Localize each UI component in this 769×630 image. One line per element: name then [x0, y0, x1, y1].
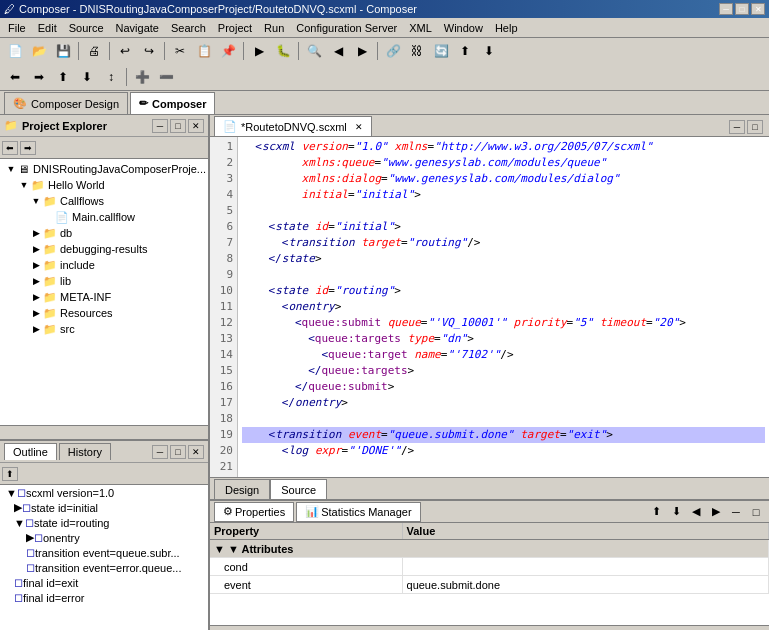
outline-close[interactable]: ✕ [188, 445, 204, 459]
menu-config-server[interactable]: Configuration Server [290, 20, 403, 36]
menu-run[interactable]: Run [258, 20, 290, 36]
close-button[interactable]: ✕ [751, 3, 765, 15]
nav-back-button[interactable]: ◀ [327, 41, 349, 61]
search-button[interactable]: 🔍 [303, 41, 325, 61]
reload-button[interactable]: 🔄 [430, 41, 452, 61]
menu-window[interactable]: Window [438, 20, 489, 36]
save-button[interactable]: 💾 [52, 41, 74, 61]
code-line-2: xmlns:queue="www.genesyslab.com/modules/… [242, 155, 765, 171]
menu-help[interactable]: Help [489, 20, 524, 36]
toolbar2-btn1[interactable]: ⬅ [4, 67, 26, 87]
open-button[interactable]: 📂 [28, 41, 50, 61]
tab-design[interactable]: Design [214, 479, 270, 499]
tree-item-debugging[interactable]: ▶ 📁 debugging-results [2, 241, 206, 257]
project-explorer-close[interactable]: ✕ [188, 119, 204, 133]
tree-item-maincallflow[interactable]: 📄 Main.callflow [2, 209, 206, 225]
outline-item-routing[interactable]: ▼ ◻ state id=routing [0, 515, 208, 530]
menu-search[interactable]: Search [165, 20, 212, 36]
outline-tab-history[interactable]: History [59, 443, 111, 460]
cut-button[interactable]: ✂ [169, 41, 191, 61]
code-line-21 [242, 459, 765, 475]
tab-statistics[interactable]: 📊 Statistics Manager [296, 502, 420, 522]
outline-item-initial[interactable]: ▶ ◻ state id=initial [0, 500, 208, 515]
editor-tab-close[interactable]: ✕ [355, 122, 363, 132]
outline-minimize[interactable]: ─ [152, 445, 168, 459]
project-explorer-maximize[interactable]: □ [170, 119, 186, 133]
tab-source[interactable]: Source [270, 479, 327, 499]
download-button[interactable]: ⬇ [478, 41, 500, 61]
menu-project[interactable]: Project [212, 20, 258, 36]
minimize-button[interactable]: ─ [719, 3, 733, 15]
nav-fwd-button[interactable]: ▶ [351, 41, 373, 61]
project-explorer-minimize[interactable]: ─ [152, 119, 168, 133]
scxml-arrow: ▼ [6, 487, 17, 499]
copy-button[interactable]: 📋 [193, 41, 215, 61]
tree-item-lib[interactable]: ▶ 📁 lib [2, 273, 206, 289]
tab-composer-design[interactable]: 🎨 Composer Design [4, 92, 128, 114]
prop-event-value[interactable]: queue.submit.done [402, 576, 768, 594]
redo-button[interactable]: ↪ [138, 41, 160, 61]
prop-icon2[interactable]: ⬇ [667, 503, 685, 521]
prop-row-event[interactable]: event queue.submit.done [210, 576, 769, 594]
remove-button[interactable]: ➖ [155, 67, 177, 87]
editor-tab-routetodnvq[interactable]: 📄 *RoutetoDNVQ.scxml ✕ [214, 116, 372, 136]
tree-scrollbar[interactable] [0, 425, 208, 439]
new-button[interactable]: 📄 [4, 41, 26, 61]
tab-composer[interactable]: ✏ Composer [130, 92, 215, 114]
tree-item-include[interactable]: ▶ 📁 include [2, 257, 206, 273]
outline-maximize[interactable]: □ [170, 445, 186, 459]
group-expand-icon[interactable]: ▼ [214, 543, 225, 555]
properties-scrollbar[interactable] [210, 625, 769, 630]
prop-icon1[interactable]: ⬆ [647, 503, 665, 521]
outline-item-trans2[interactable]: ◻ transition event=error.queue... [0, 560, 208, 575]
menu-file[interactable]: File [2, 20, 32, 36]
outline-item-scxml[interactable]: ▼ ◻ scxml version=1.0 [0, 485, 208, 500]
scxml-label: scxml version=1.0 [26, 487, 114, 499]
debug-button[interactable]: 🐛 [272, 41, 294, 61]
editor-minimize[interactable]: ─ [729, 120, 745, 134]
prop-icon3[interactable]: ◀ [687, 503, 705, 521]
toolbar2-btn4[interactable]: ⬇ [76, 67, 98, 87]
outline-item-final-error[interactable]: ◻ final id=error [0, 590, 208, 605]
code-editor[interactable]: 1 2 3 4 5 6 7 8 9 10 11 12 13 14 15 16 1… [210, 137, 769, 477]
tree-item-resources[interactable]: ▶ 📁 Resources [2, 305, 206, 321]
toolbar2-btn2[interactable]: ➡ [28, 67, 50, 87]
disconnect-button[interactable]: ⛓ [406, 41, 428, 61]
paste-button[interactable]: 📌 [217, 41, 239, 61]
code-line-12: <queue:submit queue="'VQ_10001'" priorit… [242, 315, 765, 331]
prop-cond-value[interactable] [402, 558, 768, 576]
maximize-button[interactable]: □ [735, 3, 749, 15]
outline-item-trans1[interactable]: ◻ transition event=queue.subr... [0, 545, 208, 560]
tree-item-helloworld[interactable]: ▼ 📁 Hello World [2, 177, 206, 193]
prop-maximize[interactable]: □ [747, 503, 765, 521]
outline-collapse-btn[interactable]: ⬆ [2, 467, 18, 481]
connect-button[interactable]: 🔗 [382, 41, 404, 61]
print-button[interactable]: 🖨 [83, 41, 105, 61]
tree-item-metainf[interactable]: ▶ 📁 META-INF [2, 289, 206, 305]
undo-button[interactable]: ↩ [114, 41, 136, 61]
code-content[interactable]: <scxml version="1.0" xmlns="http://www.w… [238, 137, 769, 477]
prop-icon4[interactable]: ▶ [707, 503, 725, 521]
run-button[interactable]: ▶ [248, 41, 270, 61]
menu-source[interactable]: Source [63, 20, 110, 36]
tree-item-src[interactable]: ▶ 📁 src [2, 321, 206, 337]
prop-minimize[interactable]: ─ [727, 503, 745, 521]
editor-maximize[interactable]: □ [747, 120, 763, 134]
toolbar2-btn3[interactable]: ⬆ [52, 67, 74, 87]
outline-tab-outline[interactable]: Outline [4, 443, 57, 460]
menu-edit[interactable]: Edit [32, 20, 63, 36]
menu-navigate[interactable]: Navigate [110, 20, 165, 36]
upload-button[interactable]: ⬆ [454, 41, 476, 61]
tree-item-db[interactable]: ▶ 📁 db [2, 225, 206, 241]
prop-row-cond[interactable]: cond [210, 558, 769, 576]
outline-item-final-exit[interactable]: ◻ final id=exit [0, 575, 208, 590]
tab-properties[interactable]: ⚙ Properties [214, 502, 294, 522]
menu-xml[interactable]: XML [403, 20, 438, 36]
tree-item-root[interactable]: ▼ 🖥 DNISRoutingJavaComposerProje... [2, 161, 206, 177]
outline-item-onentry[interactable]: ▶ ◻ onentry [0, 530, 208, 545]
toolbar2-btn5[interactable]: ↕ [100, 67, 122, 87]
proj-collapse-btn[interactable]: ⬅ [2, 141, 18, 155]
add-button[interactable]: ➕ [131, 67, 153, 87]
tree-item-callflows[interactable]: ▼ 📁 Callflows [2, 193, 206, 209]
proj-expand-btn[interactable]: ➡ [20, 141, 36, 155]
